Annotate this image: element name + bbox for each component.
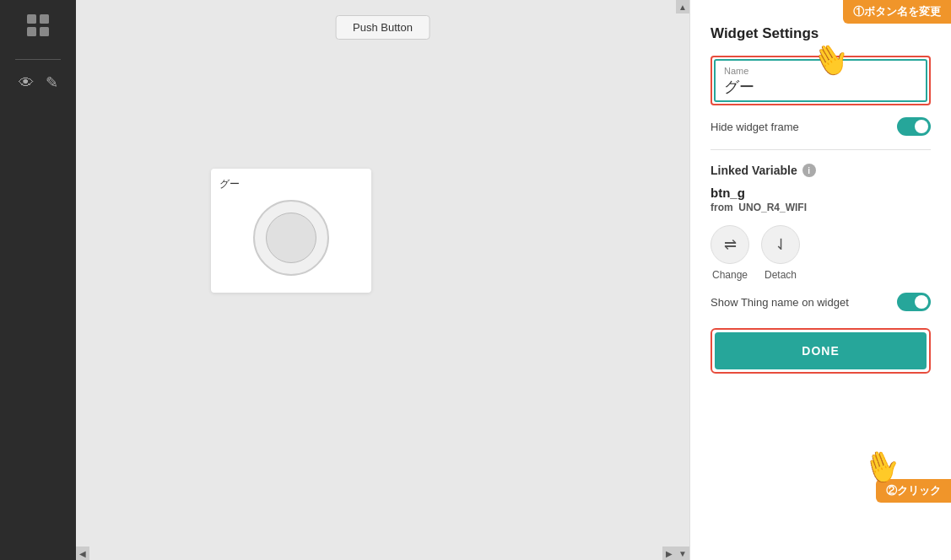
svg-rect-0 [27,14,36,24]
scroll-arrow-right[interactable]: ▶ [662,547,676,560]
hide-widget-frame-label: Hide widget frame [711,121,799,133]
scroll-arrow-bottom[interactable]: ▼ [676,547,689,560]
name-field-label: Name [724,66,917,76]
push-button-label: Push Button [335,15,430,40]
eye-icon[interactable]: 👁 [19,74,34,92]
done-button-wrapper: DONE [711,328,931,374]
panel-title: Widget Settings [711,25,931,42]
info-icon[interactable]: i [802,164,816,177]
show-thing-name-label: Show Thing name on widget [711,296,849,309]
action-buttons: ⇌ Change ⇃ Detach [711,225,931,281]
widget-button-inner [266,213,316,263]
scroll-arrow-top[interactable]: ▲ [676,0,689,13]
sidebar: 👁 ✎ [0,0,76,560]
widget-button-circle[interactable] [253,200,329,276]
show-thing-name-toggle[interactable] [897,293,931,311]
detach-label: Detach [765,269,797,281]
svg-rect-2 [27,27,36,36]
change-button[interactable]: ⇌ Change [711,225,749,281]
linked-variable-section-title: Linked Variable i [711,164,931,177]
detach-icon: ⇃ [761,225,800,264]
edit-icon[interactable]: ✎ [46,73,58,92]
show-thing-name-row: Show Thing name on widget [711,293,931,311]
widget-card-title: グー [219,177,363,191]
annotation-badge-top: ①ボタン名を変更 [843,0,951,24]
change-icon: ⇌ [711,225,749,264]
name-field-group: Name [711,56,931,105]
hide-widget-frame-toggle[interactable] [897,117,931,136]
name-input-inner: Name [714,59,927,102]
divider-1 [711,149,931,150]
done-button[interactable]: DONE [715,332,927,369]
widget-card: グー [211,169,371,293]
linked-var-name: btn_g [711,186,931,200]
sidebar-logo [21,8,55,42]
svg-rect-3 [40,27,49,36]
svg-rect-1 [40,14,49,24]
main-area: Push Button グー ▲ ▼ ◀ ▶ [76,0,689,560]
right-panel: ①ボタン名を変更 🤚 Widget Settings Name Hide wid… [689,0,951,560]
name-input-wrapper: Name [711,56,931,105]
hide-widget-frame-row: Hide widget frame [711,117,931,136]
canvas-area: Push Button グー ▲ ▼ ◀ ▶ [76,0,689,560]
annotation-badge-bottom: ②クリック [876,479,951,503]
detach-button[interactable]: ⇃ Detach [761,225,800,281]
sidebar-divider [15,59,61,60]
name-input[interactable] [724,78,917,95]
scroll-arrow-left[interactable]: ◀ [76,547,89,560]
sidebar-icon-row: 👁 ✎ [19,73,58,92]
linked-var-source: from UNO_R4_WIFI [711,202,931,213]
change-label: Change [712,269,748,281]
